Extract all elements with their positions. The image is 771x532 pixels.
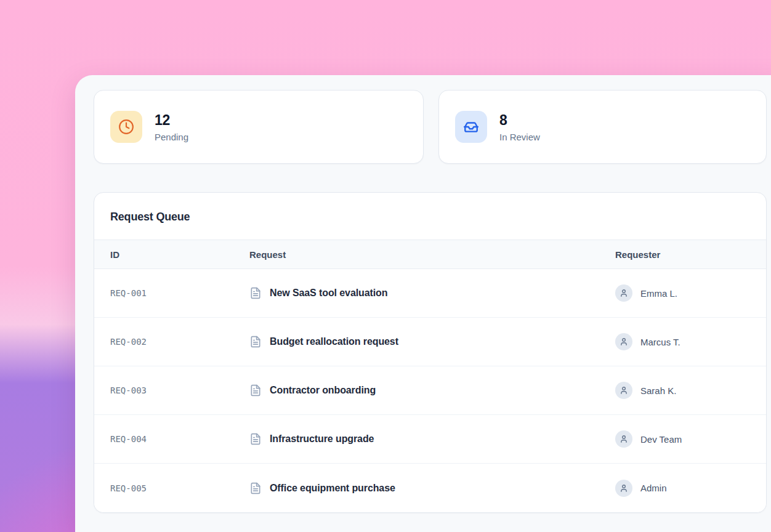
pending-label: Pending	[155, 132, 188, 142]
table-row[interactable]: REQ-002 Budget reallocation request	[94, 318, 766, 366]
requester-cell: Marcus T.	[615, 333, 766, 350]
table-row[interactable]: REQ-005 Office equipment purchase	[94, 464, 766, 512]
request-id: REQ-003	[110, 385, 249, 395]
requester-cell: Dev Team	[615, 430, 766, 448]
column-header-requester: Requester	[615, 249, 766, 260]
request-id: REQ-002	[110, 337, 249, 347]
request-title: Office equipment purchase	[270, 483, 395, 494]
requester-name: Sarah K.	[640, 385, 676, 396]
table-row[interactable]: REQ-004 Infrastructure upgrade D	[94, 415, 766, 464]
user-icon	[620, 337, 628, 346]
requester-name: Dev Team	[640, 434, 682, 445]
pending-count: 12	[155, 112, 188, 129]
page-background: 12 Pending 8 In Review Request Queue	[0, 0, 771, 532]
document-icon	[249, 336, 262, 348]
clock-icon	[110, 111, 142, 143]
document-icon	[249, 433, 262, 445]
requester-name: Admin	[640, 483, 667, 493]
request-title-cell: Budget reallocation request	[249, 336, 615, 348]
request-title: New SaaS tool evaluation	[270, 288, 387, 299]
user-icon	[620, 484, 628, 493]
user-icon	[620, 435, 628, 443]
column-header-id: ID	[110, 249, 249, 260]
requester-cell: Emma L.	[615, 284, 766, 302]
request-id: REQ-001	[110, 288, 249, 298]
user-icon	[620, 289, 628, 297]
stat-card-pending: 12 Pending	[94, 90, 424, 164]
avatar	[615, 333, 632, 350]
requester-cell: Sarah K.	[615, 382, 766, 399]
request-title: Budget reallocation request	[270, 336, 398, 347]
avatar	[615, 284, 632, 302]
request-id: REQ-005	[110, 483, 249, 493]
user-icon	[620, 386, 628, 395]
column-header-request: Request	[249, 249, 615, 260]
request-title-cell: Infrastructure upgrade	[249, 433, 615, 445]
request-title-cell: Office equipment purchase	[249, 482, 615, 494]
document-icon	[249, 287, 262, 299]
avatar	[615, 430, 632, 448]
table-body: REQ-001 New SaaS tool evaluation	[94, 269, 766, 512]
table-row[interactable]: REQ-001 New SaaS tool evaluation	[94, 269, 766, 318]
request-title-cell: Contractor onboarding	[249, 384, 615, 397]
in-review-count: 8	[499, 112, 540, 129]
stat-card-in-review: 8 In Review	[438, 90, 767, 164]
avatar	[615, 382, 632, 399]
request-title: Contractor onboarding	[270, 385, 376, 396]
requester-name: Emma L.	[640, 288, 677, 299]
table-header: ID Request Requester	[94, 240, 766, 269]
requester-cell: Admin	[615, 480, 766, 497]
in-review-label: In Review	[499, 132, 540, 142]
stat-text: 8 In Review	[499, 112, 540, 142]
stat-text: 12 Pending	[155, 112, 188, 142]
request-queue-title: Request Queue	[94, 193, 766, 240]
avatar	[615, 480, 632, 497]
table-row[interactable]: REQ-003 Contractor onboarding Sa	[94, 366, 766, 415]
request-title-cell: New SaaS tool evaluation	[249, 287, 615, 299]
request-title: Infrastructure upgrade	[270, 433, 374, 445]
document-icon	[249, 482, 262, 494]
request-queue-card: Request Queue ID Request Requester REQ-0…	[94, 192, 767, 513]
document-icon	[249, 384, 262, 397]
request-id: REQ-004	[110, 434, 249, 444]
main-panel: 12 Pending 8 In Review Request Queue	[75, 75, 771, 532]
stats-row: 12 Pending 8 In Review	[94, 90, 767, 164]
requester-name: Marcus T.	[640, 337, 680, 347]
inbox-icon	[455, 111, 487, 143]
